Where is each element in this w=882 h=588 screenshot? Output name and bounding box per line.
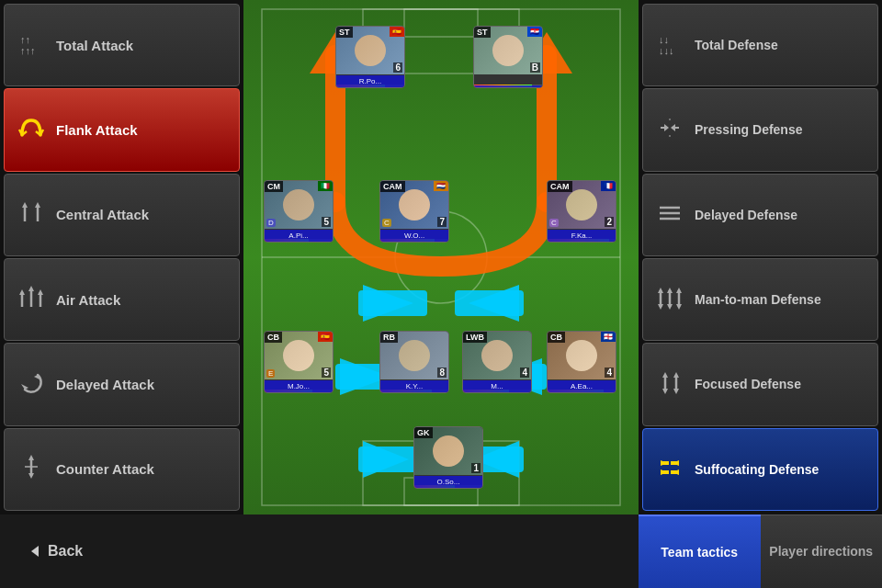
player-card-cm[interactable]: CM 🇮🇹 D 5 A.Pi... xyxy=(264,180,334,243)
svg-rect-39 xyxy=(455,290,524,316)
total-defense-label: Total Defense xyxy=(695,38,778,52)
delayed-attack-icon xyxy=(17,369,45,400)
total-defense-btn[interactable]: ↓↓ ↓↓↓ Total Defense xyxy=(642,4,878,86)
svg-marker-63 xyxy=(667,288,673,293)
focused-defense-label: Focused Defense xyxy=(695,377,801,391)
central-attack-icon xyxy=(17,199,45,230)
svg-marker-36 xyxy=(363,285,413,322)
svg-marker-21 xyxy=(28,473,34,479)
focused-defense-icon xyxy=(656,369,684,400)
svg-marker-60 xyxy=(658,288,663,293)
player-card-st2[interactable]: ST 🇭🇷 B xyxy=(473,26,543,88)
player-card-st1[interactable]: ST 🇪🇸 6 R.Po... xyxy=(335,26,405,88)
svg-marker-70 xyxy=(662,389,668,394)
player-card-cam2[interactable]: CAM 🇫🇷 C 2 F.Ka... xyxy=(547,180,616,243)
svg-marker-15 xyxy=(38,289,43,295)
delayed-attack-btn[interactable]: Delayed Attack xyxy=(4,343,240,425)
svg-marker-72 xyxy=(673,372,679,378)
svg-marker-82 xyxy=(31,546,39,557)
suffocating-defense-label: Suffocating Defense xyxy=(695,462,819,477)
svg-marker-9 xyxy=(35,202,40,208)
delayed-defense-icon xyxy=(656,199,684,230)
svg-text:↑↑: ↑↑ xyxy=(20,34,30,45)
total-attack-icon: ↑↑ ↑↑↑ xyxy=(17,30,45,61)
team-tactics-label: Team tactics xyxy=(661,544,738,560)
svg-text:↑↑↑: ↑↑↑ xyxy=(20,45,36,56)
svg-text:↓↓: ↓↓ xyxy=(659,34,669,45)
player-card-rb[interactable]: RB 8 K.Y... xyxy=(379,331,449,393)
counter-attack-btn[interactable]: Counter Attack xyxy=(4,428,240,511)
bottom-tabs: Team tactics Player directions xyxy=(639,514,882,588)
svg-marker-11 xyxy=(19,289,25,295)
flank-attack-btn[interactable]: Flank Attack xyxy=(4,88,240,171)
delayed-attack-label: Delayed Attack xyxy=(56,377,154,392)
player-card-lwb[interactable]: LWB 4 M... xyxy=(462,331,532,393)
svg-marker-53 xyxy=(671,124,675,131)
svg-rect-75 xyxy=(661,461,669,465)
air-attack-icon xyxy=(17,285,45,315)
man-to-man-defense-label: Man-to-man Defense xyxy=(695,292,821,307)
svg-marker-51 xyxy=(664,124,669,131)
central-attack-btn[interactable]: Central Attack xyxy=(4,174,240,256)
total-attack-btn[interactable]: ↑↑ ↑↑↑ Total Attack xyxy=(4,4,240,86)
left-panel: ↑↑ ↑↑↑ Total Attack Flank Attack xyxy=(0,0,243,514)
svg-rect-81 xyxy=(671,470,679,474)
air-attack-btn[interactable]: Air Attack xyxy=(4,258,240,341)
delayed-defense-label: Delayed Defense xyxy=(695,208,797,222)
svg-marker-73 xyxy=(673,389,679,394)
flank-attack-icon xyxy=(17,115,45,145)
svg-marker-7 xyxy=(22,202,28,208)
back-label: Back xyxy=(48,543,83,560)
pressing-defense-label: Pressing Defense xyxy=(695,122,803,137)
svg-marker-13 xyxy=(28,286,34,291)
svg-marker-44 xyxy=(363,441,409,478)
man-to-man-defense-icon xyxy=(656,285,684,315)
svg-rect-79 xyxy=(661,470,669,474)
svg-rect-77 xyxy=(671,461,679,465)
svg-marker-61 xyxy=(658,304,663,310)
player-directions-label: Player directions xyxy=(769,543,873,560)
central-attack-label: Central Attack xyxy=(56,207,149,222)
svg-marker-38 xyxy=(469,285,519,322)
svg-marker-16 xyxy=(21,384,28,390)
player-card-cb1[interactable]: CB 🇪🇸 E 5 M.Jo... xyxy=(264,331,334,393)
total-attack-label: Total Attack xyxy=(56,38,133,53)
svg-marker-64 xyxy=(667,304,673,310)
counter-attack-icon xyxy=(17,454,45,484)
suffocating-defense-btn[interactable]: Suffocating Defense xyxy=(642,428,878,511)
bottom-bar: Back Team tactics Player directions xyxy=(0,514,882,588)
back-button[interactable]: Back xyxy=(9,534,101,569)
player-card-gk[interactable]: GK 1 O.So... xyxy=(413,426,483,489)
svg-marker-67 xyxy=(676,304,682,310)
player-directions-tab[interactable]: Player directions xyxy=(761,514,883,588)
suffocating-defense-icon xyxy=(656,454,684,484)
svg-text:↓↓↓: ↓↓↓ xyxy=(659,45,674,56)
player-card-cam1[interactable]: CAM 🇳🇱 C 7 W.O... xyxy=(379,180,449,243)
total-defense-icon: ↓↓ ↓↓↓ xyxy=(656,30,684,61)
pressing-defense-icon xyxy=(656,115,684,145)
center-field: ST 🇪🇸 6 R.Po... ST 🇭🇷 B CM 🇮🇹 D 5 A.Pi..… xyxy=(243,0,639,514)
right-panel: ↓↓ ↓↓↓ Total Defense Pressing Defense xyxy=(639,0,882,514)
player-card-cb2[interactable]: CB 🏴󠁧󠁢󠁥󠁮󠁧󠁿 4 A.Ea... xyxy=(547,331,616,393)
air-attack-label: Air Attack xyxy=(56,292,120,308)
pressing-defense-btn[interactable]: Pressing Defense xyxy=(642,88,878,171)
svg-rect-28 xyxy=(404,9,478,37)
svg-rect-37 xyxy=(358,290,427,316)
svg-marker-66 xyxy=(676,288,682,293)
delayed-defense-btn[interactable]: Delayed Defense xyxy=(642,174,878,256)
team-tactics-tab[interactable]: Team tactics xyxy=(639,514,761,588)
counter-attack-label: Counter Attack xyxy=(56,461,154,477)
flank-attack-label: Flank Attack xyxy=(56,122,138,138)
focused-defense-btn[interactable]: Focused Defense xyxy=(642,343,878,425)
svg-marker-69 xyxy=(662,372,668,378)
man-to-man-defense-btn[interactable]: Man-to-man Defense xyxy=(642,258,878,341)
